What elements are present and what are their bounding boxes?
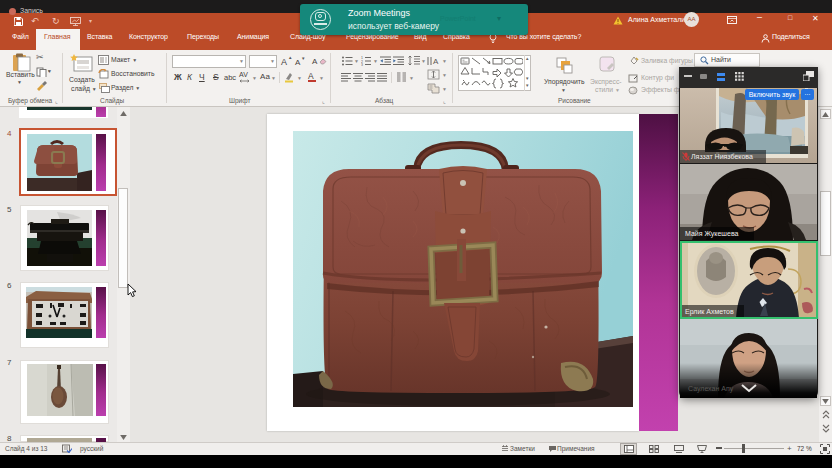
- svg-text:Саулехан Апу: Саулехан Апу: [688, 385, 734, 393]
- svg-text:Майя Жукешева: Майя Жукешева: [685, 230, 739, 238]
- svg-text:3: 3: [361, 63, 363, 66]
- svg-text:Ляззат Ниязбекова: Ляззат Ниязбекова: [691, 153, 753, 160]
- svg-text:А: А: [433, 57, 439, 66]
